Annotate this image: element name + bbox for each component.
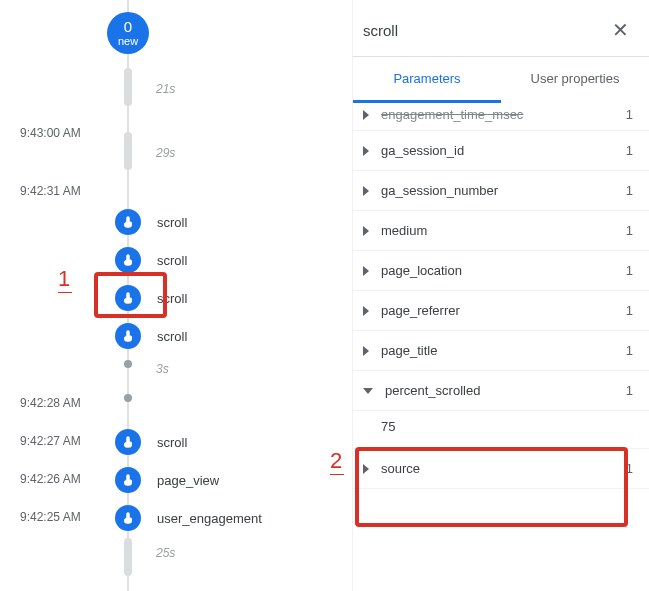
event-scroll[interactable]: scroll [115,208,187,236]
timestamp: 9:42:27 AM [20,434,81,448]
touch-icon [115,505,141,531]
param-count: 1 [626,343,633,358]
chevron-right-icon [363,226,369,236]
touch-icon [115,323,141,349]
event-user-engagement[interactable]: user_engagement [115,504,262,532]
event-label: scroll [157,253,187,268]
chevron-right-icon [363,346,369,356]
gap-duration: 21s [156,82,175,96]
event-scroll[interactable]: scroll [115,322,187,350]
param-name: ga_session_number [381,183,626,198]
param-row[interactable]: page_referrer 1 [353,291,649,331]
param-count: 1 [626,461,633,476]
parameters-list[interactable]: engagement_time_msec 1 ga_session_id 1 g… [353,103,649,591]
chevron-right-icon [363,186,369,196]
chevron-right-icon [363,306,369,316]
touch-icon [115,467,141,493]
param-count: 1 [626,107,633,122]
timestamp: 9:42:28 AM [20,396,81,410]
chevron-right-icon [363,464,369,474]
param-count: 1 [626,383,633,398]
chevron-right-icon [363,146,369,156]
detail-title: scroll [363,22,398,39]
touch-icon [115,285,141,311]
event-label: scroll [157,291,187,306]
param-row[interactable]: ga_session_id 1 [353,131,649,171]
param-row[interactable]: page_title 1 [353,331,649,371]
tab-parameters[interactable]: Parameters [353,57,501,103]
param-count: 1 [626,303,633,318]
new-label: new [118,35,138,47]
chevron-right-icon [363,110,369,120]
event-scroll[interactable]: scroll [115,428,187,456]
tab-user-properties[interactable]: User properties [501,57,649,103]
timestamp: 9:43:00 AM [20,126,81,140]
param-row[interactable]: medium 1 [353,211,649,251]
timeline-dot [124,360,132,368]
param-name: medium [381,223,626,238]
gap-bar [124,538,132,576]
timestamp: 9:42:26 AM [20,472,81,486]
event-scroll[interactable]: scroll [115,284,187,312]
tabs: Parameters User properties [353,57,649,103]
param-name: page_title [381,343,626,358]
param-name: ga_session_id [381,143,626,158]
chevron-right-icon [363,266,369,276]
chevron-down-icon [363,388,373,394]
param-row[interactable]: engagement_time_msec 1 [353,103,649,131]
event-label: scroll [157,215,187,230]
new-events-badge[interactable]: 0 new [107,12,149,54]
new-count: 0 [124,19,132,36]
gap-duration: 3s [156,362,169,376]
param-name: page_referrer [381,303,626,318]
event-detail-panel: scroll ✕ Parameters User properties enga… [352,0,649,591]
timeline-panel: 0 new 9:43:00 AM 9:42:31 AM 9:42:28 AM 9… [0,0,352,591]
timestamp: 9:42:25 AM [20,510,81,524]
param-name: source [381,461,626,476]
touch-icon [115,429,141,455]
param-count: 1 [626,223,633,238]
touch-icon [115,209,141,235]
param-row[interactable]: source 1 [353,449,649,489]
gap-bar [124,68,132,106]
event-label: user_engagement [157,511,262,526]
event-scroll[interactable]: scroll [115,246,187,274]
event-label: scroll [157,435,187,450]
param-name: percent_scrolled [385,383,626,398]
param-value: 75 [353,411,649,449]
timestamp: 9:42:31 AM [20,184,81,198]
gap-duration: 29s [156,146,175,160]
param-count: 1 [626,183,633,198]
detail-header: scroll ✕ [353,0,649,56]
gap-duration: 25s [156,546,175,560]
param-row-percent-scrolled[interactable]: percent_scrolled 1 [353,371,649,411]
param-count: 1 [626,143,633,158]
param-name: page_location [381,263,626,278]
param-count: 1 [626,263,633,278]
param-row[interactable]: ga_session_number 1 [353,171,649,211]
param-name: engagement_time_msec [381,107,626,122]
event-label: page_view [157,473,219,488]
gap-bar [124,132,132,170]
event-page-view[interactable]: page_view [115,466,219,494]
touch-icon [115,247,141,273]
event-label: scroll [157,329,187,344]
timeline-dot [124,394,132,402]
close-icon[interactable]: ✕ [608,14,633,46]
param-row[interactable]: page_location 1 [353,251,649,291]
